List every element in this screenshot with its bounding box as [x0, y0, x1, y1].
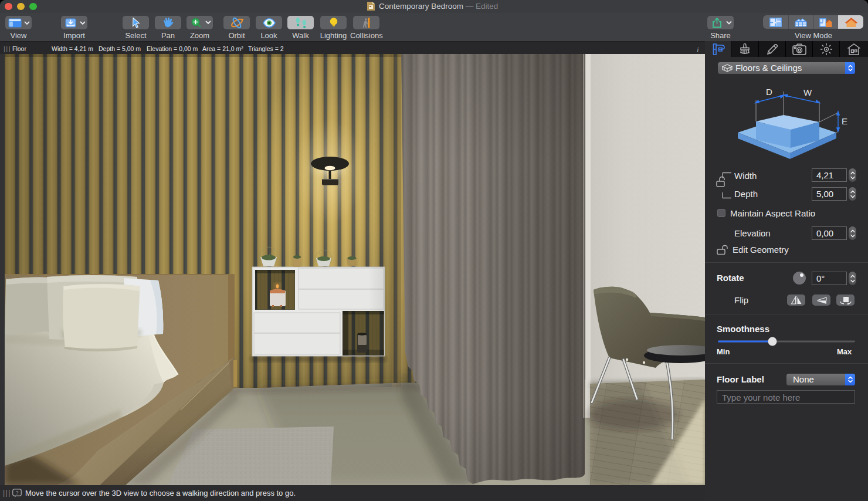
- svg-text:W: W: [803, 87, 812, 97]
- svg-text:D: D: [766, 87, 772, 97]
- svg-text:E: E: [842, 116, 847, 126]
- svg-text:?: ?: [15, 490, 18, 496]
